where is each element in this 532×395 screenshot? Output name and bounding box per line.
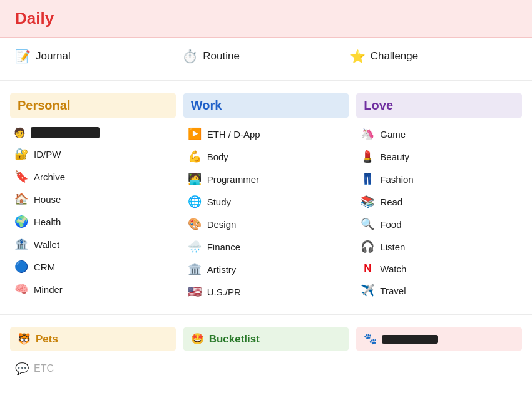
listen-icon: 🎧 xyxy=(360,240,375,254)
daily-item-challenge[interactable]: ⭐ Challenge xyxy=(350,49,517,64)
divider-bottom xyxy=(0,314,532,315)
body-icon: 💪 xyxy=(187,150,202,163)
food-icon: 🔍 xyxy=(360,217,375,231)
artistry-icon: 🏛️ xyxy=(187,262,202,276)
person-icon: 🧑 xyxy=(14,127,26,138)
personal-item-minder[interactable]: 🧠 Minder xyxy=(10,279,176,299)
wallet-label: Wallet xyxy=(34,239,59,250)
work-item-artistry[interactable]: 🏛️ Artistry xyxy=(183,259,349,279)
work-item-study[interactable]: 🌐 Study xyxy=(183,192,349,212)
daily-item-routine[interactable]: ⏱️ Routine xyxy=(182,49,349,64)
artistry-label: Artistry xyxy=(207,264,237,275)
personal-item-house[interactable]: 🏠 House xyxy=(10,189,176,209)
personal-column: Personal 🧑 🔐 ID/PW 🔖 Archive 🏠 House 🌍 H… xyxy=(10,93,176,299)
secret-icon: 🐾 xyxy=(364,332,377,346)
etc-row[interactable]: 💬 ETC xyxy=(0,353,532,384)
pets-icon: 🐯 xyxy=(18,332,31,346)
work-item-uspr[interactable]: 🇺🇸 U.S./PR xyxy=(183,282,349,302)
minder-label: Minder xyxy=(34,284,63,295)
love-item-beauty[interactable]: 💄 Beauty xyxy=(356,146,522,167)
love-item-fashion[interactable]: 👖 Fashion xyxy=(356,169,522,189)
work-item-body[interactable]: 💪 Body xyxy=(183,146,349,167)
pets-label: Pets xyxy=(36,333,58,346)
challenge-icon: ⭐ xyxy=(350,49,366,64)
study-icon: 🌐 xyxy=(187,195,202,208)
love-item-read[interactable]: 📚 Read xyxy=(356,192,522,212)
travel-icon: ✈️ xyxy=(360,284,375,297)
design-icon: 🎨 xyxy=(187,217,202,231)
work-item-programmer[interactable]: 🧑‍💻 Programmer xyxy=(183,169,349,189)
personal-items: 🔐 ID/PW 🔖 Archive 🏠 House 🌍 Health 🏦 Wal… xyxy=(10,144,176,299)
love-item-travel[interactable]: ✈️ Travel xyxy=(356,280,522,300)
work-header: Work xyxy=(183,93,349,118)
work-item-eth[interactable]: ▶️ ETH / D-App xyxy=(183,124,349,144)
love-items: 🦄 Game 💄 Beauty 👖 Fashion 📚 Read 🔍 Food … xyxy=(356,124,522,300)
beauty-label: Beauty xyxy=(380,151,409,162)
game-label: Game xyxy=(380,129,406,140)
love-item-watch[interactable]: N Watch xyxy=(356,259,522,278)
love-item-food[interactable]: 🔍 Food xyxy=(356,214,522,234)
personal-header: Personal xyxy=(10,93,176,118)
archive-label: Archive xyxy=(34,172,65,182)
love-column: Love 🦄 Game 💄 Beauty 👖 Fashion 📚 Read 🔍 … xyxy=(356,93,522,300)
archive-icon: 🔖 xyxy=(14,170,29,183)
redacted-name xyxy=(31,127,100,138)
eth-label: ETH / D-App xyxy=(207,129,260,140)
idpw-icon: 🔐 xyxy=(14,147,29,161)
pets-column: 🐯 Pets xyxy=(10,327,176,351)
study-label: Study xyxy=(207,197,231,207)
health-label: Health xyxy=(34,217,61,227)
read-icon: 📚 xyxy=(360,195,375,208)
sections-row: Personal 🧑 🔐 ID/PW 🔖 Archive 🏠 House 🌍 H… xyxy=(0,86,532,309)
daily-title: Daily xyxy=(15,9,54,28)
personal-item-archive[interactable]: 🔖 Archive xyxy=(10,167,176,187)
personal-item-crm[interactable]: 🔵 CRM xyxy=(10,257,176,277)
personal-item-health[interactable]: 🌍 Health xyxy=(10,212,176,232)
love-header: Love xyxy=(356,93,522,118)
bucketlist-label: Bucketlist xyxy=(209,333,260,346)
love-item-listen[interactable]: 🎧 Listen xyxy=(356,237,522,257)
house-label: House xyxy=(34,194,61,205)
crm-label: CRM xyxy=(34,262,55,272)
personal-redacted-item[interactable]: 🧑 xyxy=(10,124,176,141)
bucketlist-header[interactable]: 🤩 Bucketlist xyxy=(183,327,349,351)
programmer-label: Programmer xyxy=(207,174,259,185)
secret-header[interactable]: 🐾 xyxy=(356,327,522,351)
work-item-design[interactable]: 🎨 Design xyxy=(183,214,349,234)
uspr-icon: 🇺🇸 xyxy=(187,285,202,299)
routine-label: Routine xyxy=(203,50,240,63)
pets-header[interactable]: 🐯 Pets xyxy=(10,327,176,351)
health-icon: 🌍 xyxy=(14,215,29,228)
work-items: ▶️ ETH / D-App 💪 Body 🧑‍💻 Programmer 🌐 S… xyxy=(183,124,349,302)
etc-icon: 💬 xyxy=(15,362,29,376)
daily-item-journal[interactable]: 📝 Journal xyxy=(15,49,182,64)
finance-icon: 🌧️ xyxy=(187,240,202,254)
bucketlist-column: 🤩 Bucketlist xyxy=(183,327,349,351)
daily-row: 📝 Journal ⏱️ Routine ⭐ Challenge xyxy=(0,38,532,75)
watch-icon: N xyxy=(360,262,375,275)
personal-item-wallet[interactable]: 🏦 Wallet xyxy=(10,234,176,254)
wallet-icon: 🏦 xyxy=(14,237,29,251)
programmer-icon: 🧑‍💻 xyxy=(187,172,202,186)
secret-column: 🐾 xyxy=(356,327,522,351)
fashion-label: Fashion xyxy=(380,174,413,185)
house-icon: 🏠 xyxy=(14,192,29,206)
game-icon: 🦄 xyxy=(360,127,375,141)
etc-label: ETC xyxy=(34,363,54,374)
fashion-icon: 👖 xyxy=(360,172,375,186)
divider-top xyxy=(0,80,532,81)
love-item-game[interactable]: 🦄 Game xyxy=(356,124,522,144)
listen-label: Listen xyxy=(380,242,405,252)
finance-label: Finance xyxy=(207,242,240,252)
journal-icon: 📝 xyxy=(15,49,31,64)
challenge-label: Challenge xyxy=(371,50,419,63)
personal-item-idpw[interactable]: 🔐 ID/PW xyxy=(10,144,176,164)
journal-label: Journal xyxy=(36,50,71,63)
watch-label: Watch xyxy=(380,264,406,274)
daily-section-header: Daily xyxy=(0,0,532,38)
travel-label: Travel xyxy=(380,285,406,296)
uspr-label: U.S./PR xyxy=(207,287,241,297)
work-item-finance[interactable]: 🌧️ Finance xyxy=(183,237,349,257)
routine-icon: ⏱️ xyxy=(182,49,198,64)
minder-icon: 🧠 xyxy=(14,282,29,296)
